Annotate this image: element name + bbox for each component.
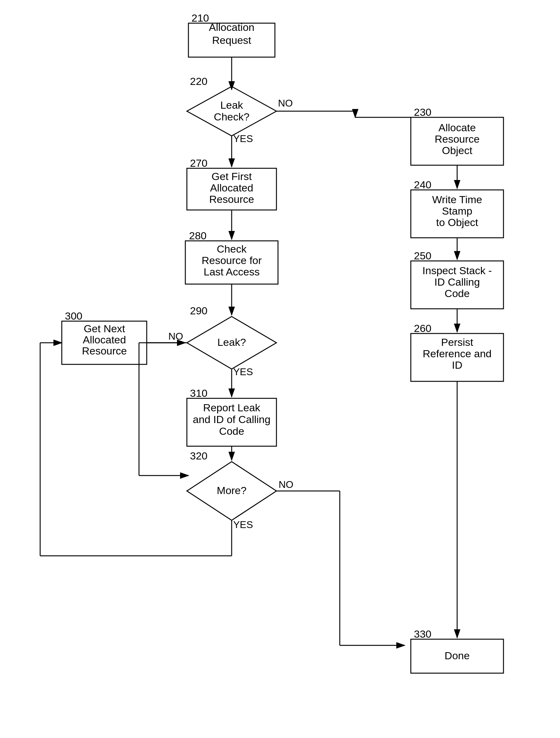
no-label-290: NO [168, 331, 183, 342]
label-250b: ID Calling [434, 276, 480, 288]
label-320: More? [217, 484, 247, 496]
label-270a: Get First [212, 170, 252, 182]
flowchart-diagram: Allocation Request 210 Leak Check? 220 N… [0, 0, 560, 738]
id-250: 250 [414, 250, 432, 262]
id-280: 280 [189, 230, 207, 242]
label-220: Leak [220, 99, 243, 111]
yes-label-220: YES [233, 133, 253, 144]
label-240c: to Object [436, 217, 479, 228]
label-300a: Get Next [84, 323, 125, 334]
label-210: Allocation [209, 21, 254, 33]
label-260c: ID [452, 359, 463, 371]
label-270b: Allocated [210, 182, 253, 194]
label-280a: Check [217, 243, 247, 255]
label-300c: Resource [82, 345, 127, 357]
label-230b: Resource [435, 133, 480, 145]
label-270c: Resource [209, 193, 254, 205]
yes-label-290: YES [233, 366, 253, 377]
label-330: Done [445, 650, 470, 661]
id-240: 240 [414, 179, 432, 191]
label-240a: Write Time [432, 194, 482, 205]
label-220b: Check? [214, 111, 249, 122]
id-210: 210 [192, 12, 209, 24]
label-250a: Inspect Stack - [423, 265, 492, 276]
id-300: 300 [65, 310, 82, 322]
label-290: Leak? [218, 336, 246, 348]
id-290: 290 [190, 305, 208, 317]
id-330: 330 [414, 628, 432, 640]
label-230c: Object [442, 144, 473, 156]
no-label-320: NO [279, 479, 293, 490]
id-320: 320 [190, 450, 208, 462]
label-260b: Reference and [423, 348, 492, 359]
label-310c: Code [219, 425, 244, 437]
label-280c: Last Access [204, 266, 259, 278]
yes-label-320: YES [233, 519, 253, 530]
label-230a: Allocate [439, 122, 476, 133]
label-300b: Allocated [83, 334, 126, 346]
label-250c: Code [445, 288, 470, 299]
id-220: 220 [190, 75, 208, 87]
id-260: 260 [414, 322, 432, 334]
id-310: 310 [190, 387, 208, 399]
label-280b: Resource for [202, 255, 262, 266]
id-230: 230 [414, 106, 432, 118]
label-240b: Stamp [442, 205, 472, 217]
label-310a: Report Leak [203, 402, 260, 413]
label-260a: Persist [441, 336, 473, 348]
id-270: 270 [190, 157, 208, 169]
label-210b: Request [212, 34, 251, 46]
no-label-220: NO [278, 97, 293, 109]
label-310b: and ID of Calling [193, 413, 270, 425]
